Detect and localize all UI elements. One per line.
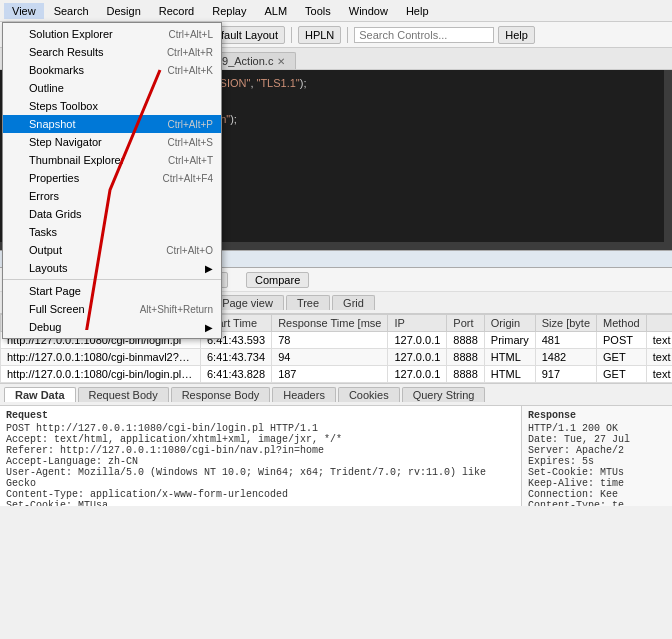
menu-item-step-navigator[interactable]: Step Navigator Ctrl+Alt+S xyxy=(3,133,221,151)
menu-alm[interactable]: ALM xyxy=(256,3,295,19)
cell-response-time: 94 xyxy=(272,349,388,366)
menu-label: Start Page xyxy=(29,285,81,297)
response-content: Response HTTP/1.1 200 OK Date: Tue, 27 J… xyxy=(522,406,672,506)
menu-replay[interactable]: Replay xyxy=(204,3,254,19)
col-port: Port xyxy=(447,315,484,332)
submenu-arrow-icon: ▶ xyxy=(205,263,213,274)
shortcut-label: Ctrl+Alt+R xyxy=(147,47,213,58)
cell-origin: Primary xyxy=(484,332,535,349)
cell-ip: 127.0.0.1 xyxy=(388,332,447,349)
bottom-panel: Raw Data Request Body Response Body Head… xyxy=(0,383,672,506)
menu-label: Step Navigator xyxy=(29,136,102,148)
cell-start-time: 6:41:43.734 xyxy=(201,349,272,366)
toolbar-separator-2 xyxy=(347,27,348,43)
menu-item-output[interactable]: Output Ctrl+Alt+O xyxy=(3,241,221,259)
bottom-tab-headers[interactable]: Headers xyxy=(272,387,336,402)
menu-window[interactable]: Window xyxy=(341,3,396,19)
shortcut-label: Ctrl+Alt+F4 xyxy=(142,173,213,184)
menu-record[interactable]: Record xyxy=(151,3,202,19)
menu-label: Properties xyxy=(29,172,79,184)
snapshot-compare-btn[interactable]: Compare xyxy=(246,272,309,288)
submenu-arrow-icon: ▶ xyxy=(205,322,213,333)
menu-label: Layouts xyxy=(29,262,68,274)
menu-item-steps-toolbox[interactable]: Steps Toolbox xyxy=(3,97,221,115)
menu-item-outline[interactable]: Outline xyxy=(3,79,221,97)
tab-close-icon[interactable]: ✕ xyxy=(277,56,285,67)
cell-port: 8888 xyxy=(447,332,484,349)
cell-method: GET xyxy=(597,349,647,366)
hpln-button[interactable]: HPLN xyxy=(298,26,341,44)
bottom-tab-query-string[interactable]: Query String xyxy=(402,387,486,402)
menu-item-thumbnail-explorer[interactable]: Thumbnail Explorer Ctrl+Alt+T xyxy=(3,151,221,169)
menu-label: Solution Explorer xyxy=(29,28,113,40)
shortcut-label: Ctrl+Alt+S xyxy=(147,137,213,148)
response-label: Response xyxy=(528,410,666,421)
menu-label: Snapshot xyxy=(29,118,75,130)
menu-item-solution-explorer[interactable]: Solution Explorer Ctrl+Alt+L xyxy=(3,25,221,43)
menu-separator xyxy=(3,279,221,280)
menu-item-layouts[interactable]: Layouts ▶ xyxy=(3,259,221,277)
menu-view[interactable]: View xyxy=(4,3,44,19)
menu-help[interactable]: Help xyxy=(398,3,437,19)
bottom-tab-raw-data[interactable]: Raw Data xyxy=(4,387,76,402)
menu-item-debug[interactable]: Debug ▶ xyxy=(3,318,221,336)
table-row[interactable]: http://127.0.0.1:1080/cgi-binmavl2?page=… xyxy=(1,349,673,366)
request-text: POST http://127.0.0.1:1080/cgi-bin/login… xyxy=(6,423,515,506)
menu-item-errors[interactable]: Errors xyxy=(3,187,221,205)
cell-ip: 127.0.0.1 xyxy=(388,366,447,383)
cell-size: 1482 xyxy=(535,349,596,366)
bottom-tab-request-body[interactable]: Request Body xyxy=(78,387,169,402)
menu-label: Data Grids xyxy=(29,208,82,220)
request-content: Request POST http://127.0.0.1:1080/cgi-b… xyxy=(0,406,522,506)
menu-tools[interactable]: Tools xyxy=(297,3,339,19)
menu-label: Tasks xyxy=(29,226,57,238)
menu-item-snapshot[interactable]: Snapshot Ctrl+Alt+P xyxy=(3,115,221,133)
cell-method: POST xyxy=(597,332,647,349)
code-scrollbar-v[interactable] xyxy=(664,70,672,242)
rec-tab-grid[interactable]: Grid xyxy=(332,295,375,310)
menu-label: Search Results xyxy=(29,46,104,58)
bottom-tab-cookies[interactable]: Cookies xyxy=(338,387,400,402)
response-text: HTTP/1.1 200 OK Date: Tue, 27 Jul Server… xyxy=(528,423,666,506)
bottom-tabbar: Raw Data Request Body Response Body Head… xyxy=(0,384,672,406)
cell-origin: HTML xyxy=(484,349,535,366)
menu-label: Outline xyxy=(29,82,64,94)
cell-path: http://127.0.0.1:1080/cgi-bin/login.pl?i… xyxy=(1,366,201,383)
col-origin: Origin xyxy=(484,315,535,332)
cell-start-time: 6:41:43.828 xyxy=(201,366,272,383)
shortcut-label: Ctrl+Alt+O xyxy=(146,245,213,256)
col-method: Method xyxy=(597,315,647,332)
menu-label: Steps Toolbox xyxy=(29,100,98,112)
cell-size: 481 xyxy=(535,332,596,349)
cell-origin: HTML xyxy=(484,366,535,383)
menu-item-start-page[interactable]: Start Page xyxy=(3,282,221,300)
help-button[interactable]: Help xyxy=(498,26,535,44)
cell-path: http://127.0.0.1:1080/cgi-binmavl2?page=… xyxy=(1,349,201,366)
rec-tab-page-view[interactable]: Page view xyxy=(211,295,284,310)
cell-extra: text xyxy=(646,332,672,349)
bottom-tab-response-body[interactable]: Response Body xyxy=(171,387,271,402)
menu-label: Full Screen xyxy=(29,303,85,315)
shortcut-label: Ctrl+Alt+L xyxy=(149,29,213,40)
menu-design[interactable]: Design xyxy=(99,3,149,19)
shortcut-label: Ctrl+Alt+K xyxy=(147,65,213,76)
rec-tab-tree[interactable]: Tree xyxy=(286,295,330,310)
menu-item-bookmarks[interactable]: Bookmarks Ctrl+Alt+K xyxy=(3,61,221,79)
menu-item-data-grids[interactable]: Data Grids xyxy=(3,205,221,223)
table-row[interactable]: http://127.0.0.1:1080/cgi-bin/login.pl?i… xyxy=(1,366,673,383)
menu-item-full-screen[interactable]: Full Screen Alt+Shift+Return xyxy=(3,300,221,318)
col-extra xyxy=(646,315,672,332)
menu-search[interactable]: Search xyxy=(46,3,97,19)
cell-ip: 127.0.0.1 xyxy=(388,349,447,366)
cell-extra: text xyxy=(646,366,672,383)
menu-label: Output xyxy=(29,244,62,256)
cell-size: 917 xyxy=(535,366,596,383)
col-response-time: Response Time [mse xyxy=(272,315,388,332)
shortcut-label: Ctrl+Alt+P xyxy=(147,119,213,130)
menu-item-tasks[interactable]: Tasks xyxy=(3,223,221,241)
search-input[interactable] xyxy=(354,27,494,43)
menu-item-properties[interactable]: Properties Ctrl+Alt+F4 xyxy=(3,169,221,187)
menu-item-search-results[interactable]: Search Results Ctrl+Alt+R xyxy=(3,43,221,61)
col-ip: IP xyxy=(388,315,447,332)
request-label: Request xyxy=(6,410,515,421)
